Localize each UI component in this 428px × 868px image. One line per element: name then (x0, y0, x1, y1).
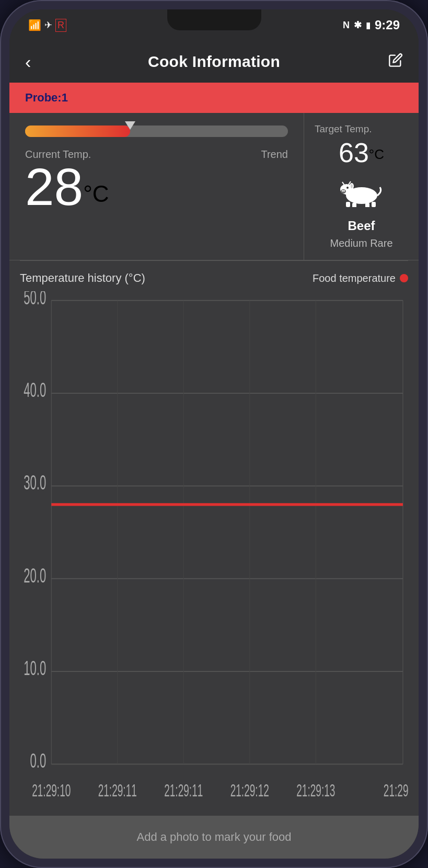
svg-text:50.0: 50.0 (24, 291, 46, 309)
svg-point-14 (351, 184, 353, 188)
current-temp-section: Current Temp. Trend 28°C (9, 113, 304, 260)
svg-text:21:29:10: 21:29:10 (32, 781, 71, 801)
svg-point-11 (343, 190, 345, 192)
airplane-icon: ✈ (44, 19, 52, 31)
history-title: Temperature history (°C) (20, 271, 145, 285)
bluetooth-icon: ✱ (354, 19, 362, 31)
edit-button[interactable] (377, 53, 403, 71)
temp-bar-fill (25, 125, 130, 137)
svg-rect-3 (352, 203, 356, 207)
svg-text:21:29:12: 21:29:12 (230, 781, 269, 801)
trend-label: Trend (261, 149, 288, 161)
svg-text:21:29:13: 21:29:13 (296, 781, 335, 801)
status-right: N ✱ ▮ 9:29 (343, 18, 400, 32)
target-temp-value-container: 63°C (339, 139, 384, 166)
svg-text:30.0: 30.0 (24, 471, 46, 494)
target-temp-label: Target Temp. (315, 123, 372, 135)
legend-label: Food temperature (313, 272, 396, 284)
svg-text:20.0: 20.0 (24, 564, 46, 587)
legend-dot (400, 274, 408, 282)
food-cook: Medium Rare (330, 237, 392, 249)
app-header: ‹ Cook Information (9, 41, 419, 83)
back-button[interactable]: ‹ (25, 52, 51, 72)
add-photo-section[interactable]: Add a photo to mark your food (9, 816, 419, 859)
history-header: Temperature history (°C) Food temperatur… (20, 271, 408, 285)
svg-point-10 (342, 190, 343, 192)
battery-icon: ▮ (366, 20, 371, 30)
target-temp-number: 63 (339, 138, 369, 168)
svg-rect-2 (346, 202, 350, 207)
svg-rect-4 (365, 203, 369, 207)
svg-text:21:29:11: 21:29:11 (98, 781, 137, 801)
history-section: Temperature history (°C) Food temperatur… (9, 261, 419, 816)
current-temp-value: 28°C (25, 161, 288, 213)
svg-point-9 (341, 189, 346, 193)
food-name: Beef (348, 219, 375, 233)
beef-icon (338, 176, 385, 214)
target-temp-section: Target Temp. 63°C (304, 113, 419, 260)
temp-panel: Current Temp. Trend 28°C Target Temp. 63… (9, 113, 419, 260)
wifi-icon: 📶 (28, 19, 41, 31)
temp-bar-track (25, 125, 288, 137)
temp-bar-container (25, 125, 288, 137)
temperature-chart: 50.0 40.0 30.0 20.0 10.0 0.0 21:29:10 21… (20, 291, 408, 810)
probe-banner: Probe:1 (9, 83, 419, 113)
svg-point-12 (346, 187, 349, 189)
chart-container: 50.0 40.0 30.0 20.0 10.0 0.0 21:29:10 21… (20, 291, 408, 810)
svg-text:21:29:11: 21:29:11 (164, 781, 203, 801)
page-title: Cook Information (148, 53, 280, 71)
temp-bar-indicator (125, 121, 135, 130)
status-left: 📶 ✈ R (28, 19, 66, 32)
svg-text:21:29:14: 21:29:14 (384, 781, 408, 801)
main-content: Current Temp. Trend 28°C Target Temp. 63… (9, 113, 419, 859)
nfc-icon: N (343, 20, 350, 31)
svg-rect-5 (372, 202, 376, 207)
app-icon: R (55, 19, 66, 32)
probe-label: Probe:1 (25, 91, 68, 104)
svg-line-7 (342, 182, 344, 185)
target-temp-unit: °C (369, 146, 384, 162)
temp-unit: °C (83, 181, 109, 207)
svg-text:0.0: 0.0 (30, 749, 46, 772)
history-legend: Food temperature (313, 272, 408, 284)
add-photo-text: Add a photo to mark your food (137, 830, 292, 843)
svg-text:10.0: 10.0 (24, 656, 46, 679)
temp-number: 28 (25, 157, 83, 216)
svg-text:40.0: 40.0 (24, 378, 46, 401)
time-display: 9:29 (375, 18, 400, 32)
